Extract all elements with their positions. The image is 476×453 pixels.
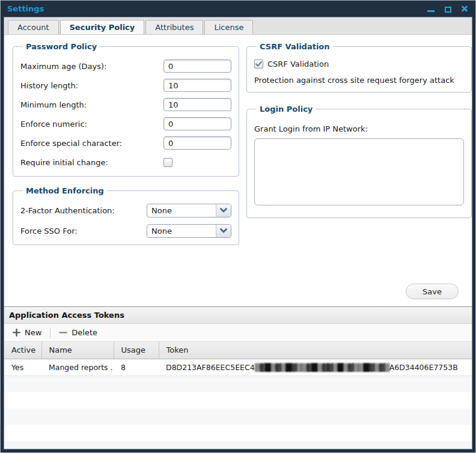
checkmark-icon xyxy=(255,61,262,67)
tokens-section-title: Application Access Tokens xyxy=(4,307,472,324)
maximum-age-label: Maximum age (Days): xyxy=(20,62,163,71)
tab-attributes[interactable]: Attributes xyxy=(145,20,203,34)
history-length-label: History length: xyxy=(20,81,163,90)
tokens-toolbar: New Delete xyxy=(4,324,472,342)
minimum-length-input[interactable] xyxy=(163,98,231,111)
password-policy-fieldset: Password Policy Maximum age (Days): Hist… xyxy=(13,42,239,177)
close-icon xyxy=(460,5,469,13)
column-header-name[interactable]: Name xyxy=(41,342,114,359)
column-header-usage[interactable]: Usage xyxy=(114,342,159,359)
csrf-description: Protection against cross site request fo… xyxy=(254,76,464,85)
field-row: Force SSO For: None xyxy=(20,224,231,237)
token-value-cell: D8D213AF86EEC5EEC4▒▓█▒▓▒█▓▒▒▓█▒▓▓▒█▒▓▒▒█… xyxy=(159,359,472,375)
password-policy-legend: Password Policy xyxy=(23,42,100,51)
chevron-down-icon xyxy=(220,208,227,213)
dropdown-button[interactable] xyxy=(216,204,231,217)
token-name-cell: Manged reports ... xyxy=(41,359,114,375)
new-token-button[interactable]: New xyxy=(9,326,45,339)
toolbar-separator xyxy=(50,327,50,338)
enforce-numeric-label: Enforce numeric: xyxy=(20,120,163,129)
selected-value: None xyxy=(147,204,216,217)
field-row: Minimum length: xyxy=(20,98,231,111)
column-header-active[interactable]: Active xyxy=(4,342,41,359)
right-column: CSRF Validation CSRF Validation Protecti… xyxy=(239,35,472,306)
two-factor-authentication-select[interactable]: None xyxy=(147,204,231,217)
save-button[interactable]: Save xyxy=(406,284,459,299)
enforce-numeric-input[interactable] xyxy=(163,117,231,130)
dialog-body: Account Security Policy Attributes Licen… xyxy=(4,17,472,449)
history-length-input[interactable] xyxy=(163,79,231,92)
tab-security-policy[interactable]: Security Policy xyxy=(60,20,145,34)
grant-login-label: Grant Login from IP Network: xyxy=(254,124,464,133)
tab-license[interactable]: License xyxy=(204,20,253,34)
login-policy-fieldset: Login Policy Grant Login from IP Network… xyxy=(246,105,472,218)
method-enforcing-fieldset: Method Enforcing 2-Factor Authentication… xyxy=(13,186,239,245)
csrf-validation-legend: CSRF Validation xyxy=(257,42,333,51)
require-initial-change-checkbox[interactable] xyxy=(163,158,172,167)
close-button[interactable] xyxy=(460,5,469,13)
require-initial-change-label: Require initial change: xyxy=(20,158,163,167)
plus-icon xyxy=(13,329,20,336)
csrf-validation-fieldset: CSRF Validation CSRF Validation Protecti… xyxy=(246,42,472,93)
field-row: Enforce special character: xyxy=(20,136,231,150)
csrf-checkbox[interactable] xyxy=(254,59,263,68)
maximum-age-input[interactable] xyxy=(163,59,231,73)
dropdown-button[interactable] xyxy=(216,225,231,237)
login-policy-legend: Login Policy xyxy=(257,105,316,114)
security-policy-panel: Password Policy Maximum age (Days): Hist… xyxy=(4,35,472,306)
column-header-token[interactable]: Token xyxy=(159,342,472,359)
field-row: Require initial change: xyxy=(20,156,231,169)
left-column: Password Policy Maximum age (Days): Hist… xyxy=(4,35,239,306)
titlebar[interactable]: Settings xyxy=(4,1,472,17)
field-row: History length: xyxy=(20,79,231,92)
maximize-button[interactable] xyxy=(444,5,452,13)
window-title: Settings xyxy=(7,4,427,13)
settings-window: Settings Account Security Policy Attribu… xyxy=(0,0,476,453)
force-sso-for-label: Force SSO For: xyxy=(20,227,147,236)
field-row: Enforce numeric: xyxy=(20,117,231,130)
new-button-label: New xyxy=(25,328,41,337)
tab-bar: Account Security Policy Attributes Licen… xyxy=(4,17,472,35)
ip-network-textarea[interactable] xyxy=(254,138,464,205)
csrf-checkbox-label: CSRF Validation xyxy=(267,59,329,68)
token-suffix: A6D34406E7753B xyxy=(389,363,458,372)
minus-icon xyxy=(59,329,67,336)
delete-token-button[interactable]: Delete xyxy=(55,326,101,339)
tokens-table: Active Name Usage Token Yes Manged repor… xyxy=(4,342,472,376)
selected-value: None xyxy=(147,225,216,237)
field-row: 2-Factor Authentication: None xyxy=(20,204,231,217)
token-redacted-section: ▒▓█▒▓▒█▓▒▒▓█▒▓▓▒█▒▓▒▒█▓▒▓▒ xyxy=(255,363,389,372)
maximize-icon xyxy=(445,7,451,13)
empty-rows-area xyxy=(4,376,472,449)
token-table-row[interactable]: Yes Manged reports ... 8 D8D213AF86EEC5E… xyxy=(4,359,472,375)
minimize-icon xyxy=(427,10,435,12)
chevron-down-icon xyxy=(220,228,227,233)
field-row: Maximum age (Days): xyxy=(20,59,231,73)
enforce-special-character-label: Enforce special character: xyxy=(20,139,163,148)
token-prefix: D8D213AF86EEC5EEC4 xyxy=(166,363,255,372)
token-usage-cell: 8 xyxy=(114,359,159,375)
minimum-length-label: Minimum length: xyxy=(20,100,163,109)
window-controls xyxy=(427,5,469,13)
token-active-cell: Yes xyxy=(4,359,41,375)
two-factor-authentication-label: 2-Factor Authentication: xyxy=(20,206,147,215)
tokens-table-header-row: Active Name Usage Token xyxy=(4,342,472,359)
minimize-button[interactable] xyxy=(427,5,435,13)
tab-account[interactable]: Account xyxy=(8,20,59,34)
force-sso-for-select[interactable]: None xyxy=(147,224,231,238)
enforce-special-character-input[interactable] xyxy=(163,136,231,150)
delete-button-label: Delete xyxy=(72,328,97,337)
method-enforcing-legend: Method Enforcing xyxy=(23,186,107,195)
application-access-tokens-section: Application Access Tokens New Delete xyxy=(4,306,472,449)
csrf-checkbox-row: CSRF Validation xyxy=(254,59,464,68)
